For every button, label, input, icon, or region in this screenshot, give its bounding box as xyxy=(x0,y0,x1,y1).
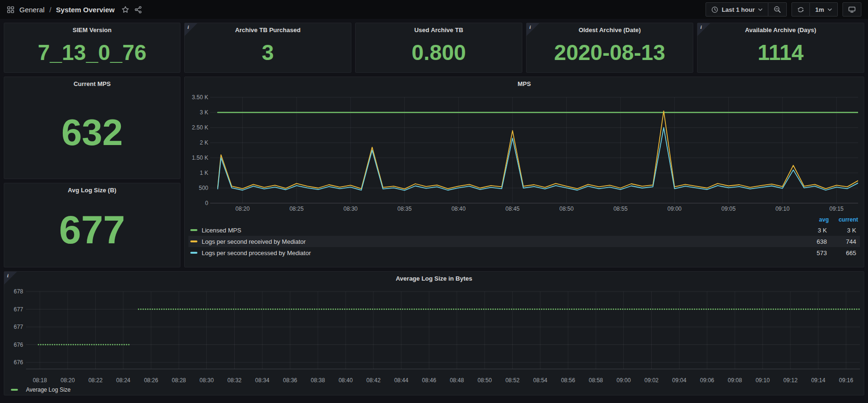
avg-log-size-legend: Average Log Size xyxy=(7,384,861,395)
x-axis-tick-label: 08:52 xyxy=(505,377,519,384)
stat-value-wrap: 0.800 xyxy=(356,36,522,72)
y-axis-tick-label: 676 xyxy=(7,342,23,348)
panel-info-corner[interactable] xyxy=(185,23,197,36)
stat-value: 632 xyxy=(61,114,123,151)
legend-row: Logs per second processed by Mediator573… xyxy=(188,247,860,258)
x-axis-tick-label: 08:35 xyxy=(398,206,412,212)
x-axis-tick-label: 09:00 xyxy=(667,206,681,212)
top-bar: General / System Overview Last 1 hour xyxy=(0,0,868,19)
time-range-label: Last 1 hour xyxy=(722,6,755,13)
stat-title: Archive TB Purchased xyxy=(185,23,351,36)
x-axis-tick-label: 08:44 xyxy=(394,377,408,384)
stat-title: SIEM Version xyxy=(4,23,180,36)
time-range-button[interactable]: Last 1 hour xyxy=(706,2,768,17)
x-axis-tick-label: 08:34 xyxy=(255,377,269,384)
x-axis-tick-label: 09:12 xyxy=(783,377,798,384)
clock-icon xyxy=(711,6,718,13)
y-axis-tick-label: 1.50 K xyxy=(187,154,208,161)
x-axis-tick-label: 08:25 xyxy=(289,206,304,212)
avg-log-size-x-axis: 08:1808:2008:2208:2408:2608:2808:3008:32… xyxy=(7,377,861,384)
star-icon[interactable] xyxy=(121,6,129,14)
stat-panel-archive-tb-purchased: iArchive TB Purchased3 xyxy=(184,23,351,73)
x-axis-tick-label: 08:46 xyxy=(422,377,436,384)
x-axis-tick-label: 08:26 xyxy=(144,377,158,384)
avg-log-size-plot-area[interactable]: 678677677676676 xyxy=(7,284,861,377)
legend-row: Logs per second received by Mediator6387… xyxy=(188,236,860,247)
y-axis-tick-label: 676 xyxy=(7,359,23,366)
breadcrumb-dashboard[interactable]: System Overview xyxy=(56,6,115,14)
x-axis-tick-label: 08:40 xyxy=(451,206,466,212)
x-axis-tick-label: 08:56 xyxy=(561,377,575,384)
tv-icon xyxy=(848,6,856,13)
x-axis-tick-label: 09:14 xyxy=(811,377,825,384)
legend-col-current[interactable]: current xyxy=(829,216,860,223)
x-axis-tick-label: 08:38 xyxy=(311,377,325,384)
stat-panel-oldest-archive-date: iOldest Archive (Date)2020-08-13 xyxy=(526,23,693,73)
x-axis-tick-label: 08:54 xyxy=(533,377,547,384)
apps-icon[interactable] xyxy=(7,6,15,14)
x-axis-tick-label: 08:45 xyxy=(505,206,519,212)
legend-swatch xyxy=(190,240,197,242)
stat-panel-available-archive-days: iAvailable Archive (Days)1114 xyxy=(697,23,864,73)
legend-series-label[interactable]: Logs per second received by Mediator xyxy=(202,238,800,245)
stat-value-wrap: 677 xyxy=(4,196,180,267)
x-axis-tick-label: 09:06 xyxy=(700,377,714,384)
legend-avg-value: 3 K xyxy=(800,227,827,234)
y-axis-tick-label: 2 K xyxy=(187,139,208,146)
legend-series-label[interactable]: Logs per second processed by Mediator xyxy=(202,249,800,257)
stat-title: Current MPS xyxy=(4,77,180,90)
stat-value: 7_13_0_76 xyxy=(38,42,146,63)
x-axis-tick-label: 08:58 xyxy=(589,377,603,384)
zoom-out-button[interactable] xyxy=(768,2,787,17)
legend-swatch xyxy=(11,389,18,391)
y-axis-tick-label: 3.50 K xyxy=(187,94,208,101)
x-axis-tick-label: 08:55 xyxy=(613,206,628,212)
panel-title: MPS xyxy=(187,77,861,90)
mps-x-axis: 08:2008:2508:3008:3508:4008:4508:5008:55… xyxy=(187,205,861,213)
share-icon[interactable] xyxy=(134,6,142,14)
stat-value: 2020-08-13 xyxy=(554,42,665,63)
mps-legend: avg current Licensed MPS3 K3 KLogs per s… xyxy=(187,213,861,261)
breadcrumb: General / System Overview xyxy=(7,6,142,14)
panel-title: Average Log Size in Bytes xyxy=(7,272,861,284)
zoom-out-icon xyxy=(774,6,781,13)
panel-info-corner[interactable] xyxy=(698,23,710,36)
legend-current-value: 3 K xyxy=(827,227,858,234)
x-axis-tick-label: 09:08 xyxy=(728,377,742,384)
legend-label[interactable]: Average Log Size xyxy=(26,386,861,393)
stat-panel-siem-version: SIEM Version7_13_0_76 xyxy=(4,23,180,73)
y-axis-tick-label: 677 xyxy=(7,306,23,313)
legend-series-label[interactable]: Licensed MPS xyxy=(202,227,800,234)
x-axis-tick-label: 09:10 xyxy=(775,206,790,212)
stat-title: Avg Log Size (B) xyxy=(4,183,180,196)
legend-current-value: 744 xyxy=(827,238,858,245)
stat-value: 0.800 xyxy=(411,42,466,63)
x-axis-tick-label: 09:15 xyxy=(829,206,843,212)
panel-info-corner[interactable] xyxy=(4,272,17,284)
stat-value-wrap: 7_13_0_76 xyxy=(4,36,180,72)
mps-plot-area[interactable]: 3.50 K3 K2.50 K2 K1.50 K1 K5000 xyxy=(187,90,861,205)
legend-header: avg current xyxy=(188,215,860,224)
refresh-button[interactable] xyxy=(791,2,810,17)
x-axis-tick-label: 08:32 xyxy=(227,377,241,384)
x-axis-tick-label: 09:05 xyxy=(722,206,736,212)
y-axis-tick-label: 3 K xyxy=(187,109,208,116)
legend-col-avg[interactable]: avg xyxy=(801,216,829,223)
panel-info-corner[interactable] xyxy=(527,23,539,36)
x-axis-tick-label: 08:18 xyxy=(33,377,47,384)
stat-panels-row: SIEM Version7_13_0_76iArchive TB Purchas… xyxy=(4,23,864,73)
y-axis-tick-label: 1 K xyxy=(187,170,208,176)
refresh-icon xyxy=(797,6,804,13)
x-axis-tick-label: 08:30 xyxy=(343,206,357,212)
legend-avg-value: 573 xyxy=(800,249,827,257)
x-axis-tick-label: 08:48 xyxy=(450,377,464,384)
stat-value: 1114 xyxy=(757,42,803,63)
avg-log-size-panel: i Average Log Size in Bytes 678677677676… xyxy=(4,271,864,395)
x-axis-tick-label: 09:16 xyxy=(839,377,853,384)
tv-mode-button[interactable] xyxy=(842,2,861,17)
x-axis-tick-label: 08:30 xyxy=(200,377,214,384)
stat-value-wrap: 3 xyxy=(185,36,351,72)
breadcrumb-folder[interactable]: General xyxy=(19,6,44,14)
dashboard: SIEM Version7_13_0_76iArchive TB Purchas… xyxy=(0,19,868,399)
refresh-interval-button[interactable]: 1m xyxy=(810,2,838,17)
